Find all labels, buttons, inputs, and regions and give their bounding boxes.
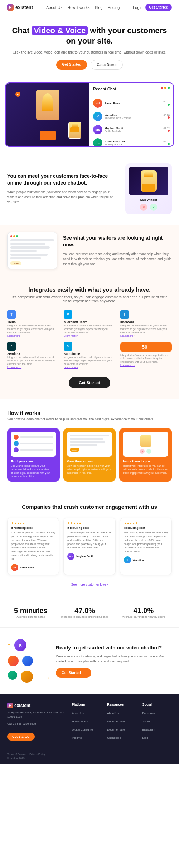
step-title: Find your user	[11, 460, 56, 463]
step-desc: View their screen in real time with your…	[67, 464, 112, 475]
int-link[interactable]: Learn more ›	[64, 366, 115, 368]
int-link[interactable]: Learn more ›	[7, 335, 59, 337]
step-title: Invite them to post	[123, 460, 168, 463]
testi-title: It reducing cost	[67, 526, 111, 530]
nav-how[interactable]: How it works	[67, 5, 90, 10]
feature2-title: See what your visitors are looking at ri…	[63, 235, 172, 249]
footer-col-resources: Resources About Us Documentation Documen…	[107, 703, 136, 742]
cta-desc: Create an account instantly, and pages h…	[56, 654, 172, 664]
privacy-link[interactable]: Privacy Policy	[29, 753, 45, 756]
footer-link[interactable]: Insights	[72, 736, 82, 739]
line	[10, 257, 41, 259]
zendesk-logo: Z	[7, 342, 16, 351]
window-controls	[161, 87, 170, 89]
chat-user-info: Adam Gilchrist Birmingham, UK	[105, 140, 161, 146]
chat-item[interactable]: SR Sarah Rose 05:21	[93, 97, 170, 110]
footer-link[interactable]: Documentation	[107, 720, 126, 723]
int-desc: Integrate our software will all your mic…	[64, 324, 115, 334]
brand-name: existent	[15, 5, 33, 10]
int-link[interactable]: Learn more ›	[120, 364, 172, 366]
footer-link[interactable]: How it works	[72, 720, 88, 723]
step-card-3: ✕ ✓ Invite them to post Recruit your int…	[119, 428, 172, 482]
nav-get-started-button[interactable]: Get Started	[145, 4, 172, 11]
dot	[13, 235, 15, 237]
status-online	[168, 143, 170, 145]
testimonial-card: ★★★★★ It reducing cost The chatbot platf…	[7, 518, 59, 575]
status-offline	[168, 116, 170, 119]
nav-pricing[interactable]: Pricing	[108, 5, 120, 10]
decline-button[interactable]: ✕	[140, 204, 147, 211]
footer-link[interactable]: About Us	[107, 712, 119, 715]
hero-headline: Chat Video & Voice with your customers o…	[7, 26, 172, 46]
footer-top: ▶ existent 22 Appleseed Way, 22nd floor,…	[7, 703, 172, 742]
footer-col-title: Social	[142, 703, 172, 706]
stat-number: 5 minutes	[14, 607, 47, 615]
chat-item[interactable]: V Valentina Auckland, New Zealand 05:28	[93, 110, 170, 123]
cta-avatar	[20, 670, 34, 683]
recent-chat-title: Recent Chat	[93, 87, 116, 91]
footer-address: 22 Appleseed Way, 22nd floor, New York, …	[7, 711, 66, 719]
chat-time: 05:21	[163, 100, 170, 106]
how-title: How it works	[7, 410, 172, 416]
accept-button[interactable]: ✓	[150, 204, 157, 211]
testimonials-section: Companies that crush customer engagement…	[0, 492, 179, 598]
cta-avatar	[7, 670, 18, 681]
integrations-get-started-button[interactable]: Get Started	[69, 377, 110, 388]
step-card-inner	[11, 432, 56, 457]
testi-avatar: MS	[67, 553, 74, 560]
integration-item: M Microsoft Team Integrate our software …	[64, 310, 115, 337]
testi-name: Valentina	[133, 559, 144, 561]
int-desc: Integrate our software will all your sal…	[64, 356, 115, 366]
footer-link[interactable]: About Us	[72, 712, 84, 715]
chatbot-card: Kate Winslet ✕ ✓	[125, 163, 172, 214]
stat-number: 41.0%	[122, 607, 165, 615]
footer-link[interactable]: Digital Consumer	[72, 728, 94, 731]
nav-about[interactable]: About Us	[46, 5, 62, 10]
footer-link[interactable]: Twitter	[142, 720, 151, 723]
footer-link[interactable]: Changelog	[107, 736, 121, 739]
terms-link[interactable]: Terms of Service	[7, 753, 26, 756]
int-desc: Integrate our software with all easy tre…	[7, 324, 59, 334]
feature2-section: Users See what your visitors are looking…	[0, 225, 179, 276]
cta-button[interactable]: Get Started →	[56, 668, 91, 678]
stats-section: 5 minutes Average time to install 47.0% …	[0, 598, 179, 628]
int-link[interactable]: Learn more ›	[7, 366, 59, 368]
chat-user-info: Valentina Auckland, New Zealand	[105, 114, 161, 119]
nav-actions: Login Get Started	[133, 4, 172, 11]
see-more-button[interactable]: See more customer love ›	[71, 583, 108, 586]
footer: ▶ existent 22 Appleseed Way, 22nd floor,…	[0, 694, 179, 764]
footer-link[interactable]: Instagram	[142, 728, 155, 731]
int-link[interactable]: Learn more ›	[120, 335, 172, 337]
footer-cta-button[interactable]: Get Started	[7, 733, 35, 741]
nav-blog[interactable]: Blog	[95, 5, 103, 10]
testi-avatar: V	[124, 556, 131, 563]
int-name: Salesforce	[64, 352, 115, 356]
feature2-desc: You can see what users are doing and ins…	[63, 251, 172, 267]
line	[10, 254, 48, 256]
star-rating: ★★★★★	[124, 522, 168, 525]
chat-item[interactable]: MS Meghan Scott Perth, Australia 01:12	[93, 123, 170, 136]
integrations-subtitle: It's compatible with your existing tools…	[7, 295, 172, 303]
footer-col-platform: Platform About Us How it works Digital C…	[72, 703, 101, 742]
login-button[interactable]: Login	[133, 5, 142, 10]
footer-link[interactable]: Blog	[142, 736, 148, 739]
status-offline	[168, 130, 170, 132]
logo[interactable]: ▶ existent	[7, 4, 33, 11]
avatar: SR	[93, 99, 102, 108]
intercom-logo: I	[120, 310, 129, 319]
hero-get-started-button[interactable]: Get Started	[56, 60, 87, 70]
footer-link[interactable]: Facebook	[142, 712, 155, 715]
hero-demo-button[interactable]: Get a Demo	[91, 60, 123, 70]
chat-time: 04:27	[163, 140, 170, 145]
how-it-works-section: How it works See how the video chatbot w…	[0, 399, 179, 492]
chat-item[interactable]: AG Adam Gilchrist Birmingham, UK 04:27	[93, 136, 170, 147]
integration-count: 50+	[120, 342, 172, 352]
dot-green	[168, 87, 170, 89]
hero-section: Chat Video & Voice with your customers o…	[0, 15, 179, 77]
avatar: AG	[93, 138, 102, 147]
int-link[interactable]: Learn more ›	[64, 335, 115, 337]
step-desc: See your existing tools, to your custome…	[11, 464, 56, 478]
step-title: View their screen	[67, 460, 112, 463]
stat-label: Average earnings for handy users	[122, 615, 165, 619]
footer-link[interactable]: Documentation	[107, 728, 126, 731]
